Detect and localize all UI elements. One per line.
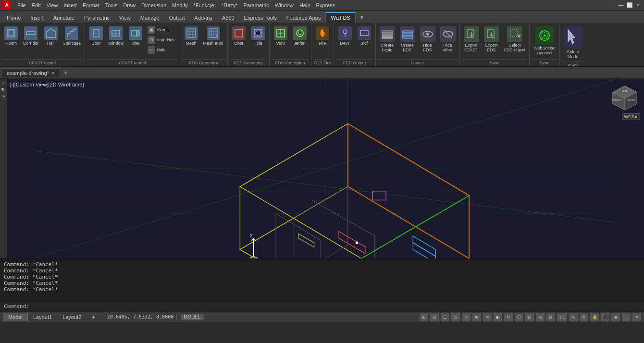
hardware-accel-icon[interactable]: ⬛ xyxy=(601,313,609,321)
ribbon-btn-hole2[interactable]: Hole xyxy=(249,25,267,47)
command-input[interactable] xyxy=(31,303,640,309)
ribbon-btn-create-basic[interactable]: Createbasic xyxy=(378,25,397,54)
menu-help[interactable]: Help xyxy=(297,1,313,9)
ribbon-group-sync: ExportCFAST F ExportFDS SelectFDS object… xyxy=(460,23,530,66)
status-tab-model[interactable]: Model xyxy=(3,313,28,321)
tab-view[interactable]: View xyxy=(114,12,136,23)
ribbon-btn-hide-other[interactable]: Hideother xyxy=(438,25,458,54)
ribbon-btn-devc[interactable]: Devc xyxy=(336,25,354,47)
ribbon-btn-fire[interactable]: Fire xyxy=(313,25,332,47)
ribbon-btn-obst[interactable]: Obst xyxy=(230,25,248,47)
ribbon-btn-window[interactable]: Window xyxy=(106,25,125,47)
ribbon-btn-select-mode[interactable]: SelectMode xyxy=(562,25,584,61)
ribbon-group-websocket: WebSocketopened Sync xyxy=(530,23,560,66)
menu-dimension[interactable]: Dimension xyxy=(138,1,169,9)
ribbon-btn-create-fds[interactable]: + CreateFDS xyxy=(398,25,417,54)
menu-format[interactable]: Format xyxy=(80,1,102,9)
ribbon-btn-corridor[interactable]: Corridor xyxy=(21,25,41,47)
tab-featured-apps[interactable]: Featured Apps xyxy=(282,12,326,23)
menu-funkcje[interactable]: *Funkcje* xyxy=(190,1,219,9)
lock-icon[interactable]: 🔒 xyxy=(590,313,599,321)
ribbon-panel: Room Corridor Hall Staircase CF xyxy=(0,23,644,67)
tab-manage[interactable]: Manage xyxy=(136,12,164,23)
ribbon-btn-vvent[interactable]: ▣ Vvent xyxy=(146,25,178,35)
menu-bazy[interactable]: *Bazy* xyxy=(219,1,241,9)
ribbon-btn-hide-fds[interactable]: HideFDS xyxy=(418,25,437,54)
ribbon-btn-export-cfast[interactable]: ExportCFAST xyxy=(462,25,481,54)
custom-icon[interactable]: ≡ xyxy=(632,313,641,321)
workspace-icon[interactable]: ⚙ xyxy=(580,313,588,321)
new-tab-button[interactable]: + xyxy=(60,68,72,78)
lineweight-icon[interactable]: ≡ xyxy=(483,313,492,321)
quickprop-icon[interactable]: ⊠ xyxy=(546,313,555,321)
ribbon-btn-autohole[interactable]: ⊟ Auto Hole xyxy=(146,35,178,45)
app-icon[interactable]: A xyxy=(2,0,12,10)
minimize-button[interactable]: — xyxy=(617,1,625,9)
ribbon-btn-jetfan[interactable]: Jetfan xyxy=(291,25,309,47)
status-tab-layout1[interactable]: Layout1 xyxy=(28,313,57,321)
ribbon-btn-vent[interactable]: Vent xyxy=(272,25,290,47)
dyn-ucs-icon[interactable]: ⊟ xyxy=(525,313,534,321)
tab-annotate[interactable]: Annotate xyxy=(49,12,79,23)
ribbon-btn-inlet[interactable]: Inlet xyxy=(126,25,145,47)
svg-rect-38 xyxy=(402,34,413,36)
grid-icon[interactable]: ⊞ xyxy=(420,313,428,321)
menu-parametric[interactable]: Parametric xyxy=(241,1,272,9)
tab-output[interactable]: Output xyxy=(164,12,190,23)
tab-a360[interactable]: A360 xyxy=(217,12,239,23)
ribbon-btn-websocket[interactable]: WebSocketopened xyxy=(532,25,557,57)
ribbon-btn-slcf[interactable]: Slcf xyxy=(355,25,373,47)
handle-2[interactable]: 🔍 xyxy=(1,87,6,92)
viewport-cube[interactable]: TOP RIGHT FRONT xyxy=(610,84,639,112)
restore-button[interactable]: ⬜ xyxy=(626,1,633,9)
menu-insert[interactable]: Insert xyxy=(61,1,80,9)
dyn-input-icon[interactable]: ⊞ xyxy=(536,313,545,321)
svg-line-81 xyxy=(294,186,348,218)
menu-view[interactable]: View xyxy=(44,1,61,9)
ribbon-btn-door[interactable]: Door xyxy=(87,25,105,47)
svg-rect-0 xyxy=(7,29,15,37)
close-doc-tab[interactable]: ✕ xyxy=(51,71,55,76)
doc-tab-example[interactable]: example-drawing* ✕ xyxy=(2,68,60,77)
sel-cycle-icon[interactable]: ↻ xyxy=(504,313,513,321)
osnap-icon[interactable]: ⊙ xyxy=(462,313,471,321)
close-button[interactable]: ✕ xyxy=(634,1,642,9)
tab-more[interactable]: ▾ xyxy=(356,12,368,23)
isolate-icon[interactable]: ◈ xyxy=(611,313,620,321)
status-tab-layout2[interactable]: Layout2 xyxy=(57,313,87,321)
menu-express[interactable]: Express xyxy=(313,1,338,9)
svg-line-76 xyxy=(348,124,469,196)
ribbon-btn-export-fds[interactable]: F ExportFDS xyxy=(482,25,501,54)
menu-edit[interactable]: Edit xyxy=(29,1,44,9)
menu-draw[interactable]: Draw xyxy=(120,1,138,9)
menu-window[interactable]: Window xyxy=(272,1,297,9)
annotation-icon[interactable]: A xyxy=(569,313,578,321)
otrack-icon[interactable]: ⊕ xyxy=(472,313,481,321)
ribbon-btn-mesh-auto[interactable]: A Mesh auto xyxy=(201,25,225,47)
status-tab-new[interactable]: + xyxy=(87,313,100,321)
handle-3[interactable]: ⚑ xyxy=(1,94,6,99)
3d-osnap-icon[interactable]: ⬡ xyxy=(515,313,523,321)
snap-icon[interactable]: ⊡ xyxy=(430,313,439,321)
fullscreen-icon[interactable]: ⬚ xyxy=(622,313,631,321)
ribbon-btn-staircase[interactable]: Staircase xyxy=(61,25,83,47)
wcs-label[interactable]: WCS ▸ xyxy=(622,113,641,120)
polar-icon[interactable]: ◎ xyxy=(451,313,460,321)
ribbon-btn-room[interactable]: Room xyxy=(2,25,20,47)
tab-add-ins[interactable]: Add-ins xyxy=(190,12,217,23)
tab-wizfds[interactable]: WizFDS xyxy=(325,12,355,23)
transparency-icon[interactable]: ◐ xyxy=(494,313,502,321)
tab-home[interactable]: Home xyxy=(2,12,25,23)
menu-file[interactable]: File xyxy=(14,1,29,9)
ribbon-btn-select-fds-obj[interactable]: SelectFDS object xyxy=(502,25,528,54)
ribbon-btn-hole[interactable]: ○ Hole xyxy=(146,45,178,55)
handle-1[interactable]: ✕ xyxy=(1,81,6,86)
ribbon-btn-mesh[interactable]: Mesh xyxy=(182,25,200,47)
menu-modify[interactable]: Modify xyxy=(169,1,190,9)
menu-tools[interactable]: Tools xyxy=(102,1,121,9)
tab-express-tools[interactable]: Express Tools xyxy=(239,12,282,23)
ribbon-btn-hall[interactable]: Hall xyxy=(42,25,60,47)
tab-parametric[interactable]: Parametric xyxy=(79,12,114,23)
tab-insert[interactable]: Insert xyxy=(25,12,49,23)
ortho-icon[interactable]: ⊏ xyxy=(441,313,449,321)
